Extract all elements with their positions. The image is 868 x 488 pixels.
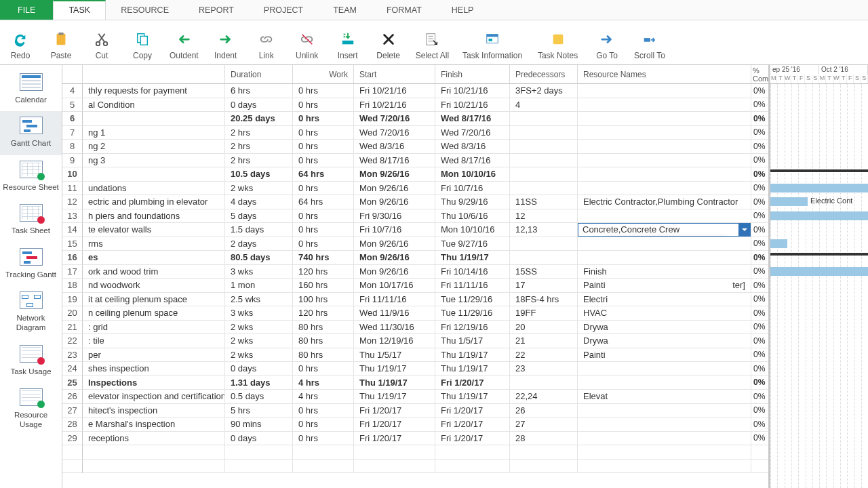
cell-duration[interactable]: 20.25 days (225, 112, 293, 126)
task-row[interactable]: 15 rms 2 days 0 hrs Mon 9/26/16 Tue 9/27… (62, 237, 768, 251)
cell-finish[interactable]: Fri 1/20/17 (435, 418, 510, 432)
task-row[interactable]: 24 shes inspection 0 days 0 hrs Thu 1/19… (62, 362, 768, 376)
gantt-bar[interactable] (770, 184, 868, 192)
task-row[interactable]: 17 ork and wood trim 3 wks 120 hrs Mon 9… (62, 265, 768, 279)
gantt-chart[interactable]: ep 25 '16Oct 2 '16 MTWTFSSMTWTFSS Electr… (770, 65, 868, 488)
cell-work[interactable]: 80 hrs (293, 334, 354, 348)
cell-name[interactable]: n ceiling plenum space (83, 306, 225, 321)
col-work[interactable]: Work (293, 65, 354, 84)
cell-duration[interactable]: 2 hrs (225, 126, 293, 140)
cell-duration[interactable]: 0 days (225, 98, 293, 113)
view-resource-usage[interactable]: Resource Usage (0, 383, 62, 436)
cell-work[interactable]: 0 hrs (293, 432, 354, 446)
resource-combo[interactable]: Concrete,Concrete Crew (578, 223, 751, 237)
row-number[interactable]: 22 (62, 334, 83, 348)
view-network[interactable]: Network Diagram (0, 286, 62, 340)
cell-resources[interactable] (578, 98, 751, 113)
row-number[interactable]: 18 (62, 279, 83, 293)
cell-finish[interactable]: Fri 10/21/16 (435, 98, 510, 113)
cell-resources[interactable]: Electric Contractor,Plumbing Contractor (578, 195, 751, 209)
scroll-to-button[interactable]: Scroll To (627, 20, 672, 64)
cell-pct[interactable]: 0% (751, 265, 768, 279)
cell-resources[interactable]: Paintiter] (578, 279, 751, 293)
cell-work[interactable]: 100 hrs (293, 293, 354, 307)
cell-name[interactable]: ng 1 (83, 126, 225, 140)
link-button[interactable]: Link (246, 20, 287, 64)
cell-finish[interactable]: Mon 10/10/16 (435, 167, 510, 182)
cell-work[interactable]: 64 hrs (293, 195, 354, 209)
cell-work[interactable]: 4 hrs (293, 390, 354, 404)
cell-resources[interactable]: Elevat (578, 390, 751, 404)
view-resource-sheet[interactable]: Resource Sheet (0, 155, 62, 199)
cell-name[interactable]: shes inspection (83, 362, 225, 376)
gantt-bar[interactable] (770, 253, 868, 258)
view-gantt[interactable]: Gantt Chart (0, 111, 62, 155)
task-row[interactable]: 8 ng 2 2 hrs 0 hrs Wed 8/3/16 Wed 8/3/16… (62, 140, 768, 154)
cell-duration[interactable]: 1 mon (225, 279, 293, 293)
cell-predecessors[interactable]: 15SS (510, 265, 578, 279)
cell-duration[interactable]: 0 days (225, 362, 293, 376)
cell-duration[interactable]: 2 wks (225, 334, 293, 348)
cell-pct[interactable]: 0% (751, 362, 768, 376)
cell-finish[interactable]: Fri 1/20/17 (435, 376, 510, 390)
cell-pct[interactable]: 0% (751, 279, 768, 293)
cell-predecessors[interactable]: 21 (510, 334, 578, 348)
task-row[interactable]: 26 elevator inspection and certification… (62, 390, 768, 404)
row-number[interactable]: 9 (62, 154, 83, 168)
cell-finish[interactable]: Fri 10/7/16 (435, 182, 510, 196)
task-row[interactable]: 25 Inspections 1.31 days 4 hrs Thu 1/19/… (62, 376, 768, 390)
row-number[interactable]: 5 (62, 98, 83, 113)
cell-work[interactable]: 0 hrs (293, 362, 354, 376)
cell-start[interactable]: Fri 11/11/16 (354, 293, 435, 307)
task-row[interactable]: 9 ng 3 2 hrs 0 hrs Wed 8/17/16 Wed 8/17/… (62, 154, 768, 168)
cell-pct[interactable]: 0% (751, 112, 768, 126)
gantt-bar[interactable] (770, 169, 868, 175)
cell-pct[interactable]: 0% (751, 182, 768, 196)
col-duration[interactable]: Duration (225, 65, 293, 84)
cell-duration[interactable]: 2 wks (225, 348, 293, 363)
cell-duration[interactable]: 90 mins (225, 418, 293, 432)
cell-work[interactable]: 0 hrs (293, 140, 354, 154)
cell-predecessors[interactable]: 28 (510, 432, 578, 446)
cell-resources[interactable] (578, 182, 751, 196)
cell-resources[interactable] (578, 376, 751, 390)
cell-predecessors[interactable]: 3FS+2 days (510, 84, 578, 98)
row-number[interactable]: 24 (62, 362, 83, 376)
unlink-button[interactable]: Unlink (287, 20, 328, 64)
cell-pct[interactable]: 0% (751, 334, 768, 348)
task-row[interactable]: 7 ng 1 2 hrs 0 hrs Wed 7/20/16 Wed 7/20/… (62, 126, 768, 140)
cell-pct[interactable]: 0% (751, 418, 768, 432)
cell-name[interactable]: h piers and foundations (83, 209, 225, 224)
row-number[interactable]: 25 (62, 376, 83, 390)
cell-pct[interactable]: 0% (751, 209, 768, 224)
cell-resources[interactable]: Finish (578, 265, 751, 279)
cell-predecessors[interactable] (510, 376, 578, 390)
task-row[interactable]: 27 hitect's inspection 5 hrs 0 hrs Fri 1… (62, 404, 768, 418)
cell-start[interactable]: Thu 1/19/17 (354, 390, 435, 404)
cell-predecessors[interactable] (510, 140, 578, 154)
cell-start[interactable]: Wed 8/3/16 (354, 140, 435, 154)
menu-report[interactable]: REPORT (184, 0, 249, 20)
cell-predecessors[interactable]: 26 (510, 404, 578, 418)
menu-task[interactable]: TASK (53, 0, 106, 20)
cell-name[interactable]: undations (83, 182, 225, 196)
cell-name[interactable]: : grid (83, 321, 225, 335)
cell-duration[interactable]: 2 days (225, 237, 293, 251)
cell-name[interactable]: : tile (83, 334, 225, 348)
menu-team[interactable]: TEAM (318, 0, 372, 20)
task-info-button[interactable]: Task Information (456, 20, 529, 64)
cell-resources[interactable] (578, 404, 751, 418)
cell-resources[interactable] (578, 432, 751, 446)
cell-work[interactable]: 80 hrs (293, 321, 354, 335)
cell-pct[interactable]: 0% (751, 167, 768, 182)
cell-start[interactable]: Wed 7/20/16 (354, 112, 435, 126)
row-number[interactable]: 28 (62, 418, 83, 432)
cell-pct[interactable]: 0% (751, 195, 768, 209)
cell-work[interactable]: 160 hrs (293, 279, 354, 293)
cell-predecessors[interactable]: 22 (510, 348, 578, 363)
cell-predecessors[interactable]: 4 (510, 98, 578, 113)
cell-predecessors[interactable] (510, 167, 578, 182)
cell-start[interactable]: Wed 11/9/16 (354, 306, 435, 321)
col-pct[interactable]: % Com (751, 65, 770, 84)
cell-name[interactable]: it at ceiling plenum space (83, 293, 225, 307)
